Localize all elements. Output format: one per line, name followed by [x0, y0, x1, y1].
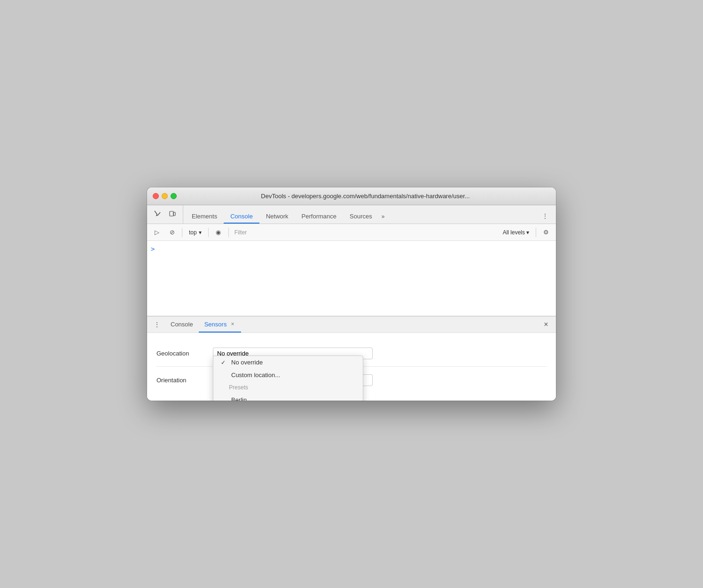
console-toolbar: ▷ ⊘ top ▾ ◉ All levels ▾ ⚙ [147, 224, 556, 241]
geolocation-label: Geolocation [156, 350, 213, 357]
sensors-panel: Geolocation No override No override Cust… [147, 333, 556, 401]
close-sensors-tab[interactable]: × [229, 320, 235, 328]
block-icon[interactable]: ⊘ [166, 226, 178, 239]
drawer-tab-bar: ⋮ Console Sensors × × [147, 316, 556, 333]
devtools-window: DevTools - developers.google.com/web/fun… [147, 187, 556, 401]
chevron-down-icon: ▾ [526, 229, 529, 236]
close-button[interactable] [153, 193, 159, 199]
tab-sources[interactable]: Sources [343, 205, 379, 224]
geolocation-dropdown: No override Custom location... Presets B… [213, 356, 363, 401]
console-settings-icon[interactable]: ⚙ [540, 226, 552, 239]
tab-console[interactable]: Console [224, 205, 259, 224]
maximize-button[interactable] [171, 193, 177, 199]
tab-bar: Elements Console Network Performance Sou… [147, 205, 556, 224]
minimize-button[interactable] [162, 193, 168, 199]
dropdown-group-presets: Presets [213, 381, 363, 394]
toolbar-divider [182, 228, 182, 237]
drawer-tab-console[interactable]: Console [165, 317, 199, 333]
more-tabs-button[interactable]: » [379, 209, 388, 224]
inspect-icon[interactable] [151, 207, 164, 220]
tab-performance[interactable]: Performance [295, 205, 343, 224]
toolbar-icons [151, 205, 183, 224]
eye-icon[interactable]: ◉ [212, 226, 225, 239]
close-drawer-button[interactable]: × [540, 318, 552, 331]
drawer-menu-icon[interactable]: ⋮ [151, 318, 163, 331]
console-prompt: > [151, 245, 155, 253]
context-selector[interactable]: top ▾ [186, 228, 204, 237]
toolbar-divider-2 [208, 228, 209, 237]
traffic-lights [153, 193, 177, 199]
toolbar-divider-3 [228, 228, 229, 237]
tab-elements[interactable]: Elements [185, 205, 224, 224]
tab-network[interactable]: Network [259, 205, 295, 224]
toolbar-divider-4 [536, 228, 536, 237]
chevron-down-icon: ▾ [199, 229, 202, 236]
dropdown-item-custom[interactable]: Custom location... [213, 369, 363, 381]
bottom-panel: ⋮ Console Sensors × × Geolocation No ove… [147, 316, 556, 401]
svg-rect-1 [173, 212, 175, 216]
devtools-settings-icon[interactable]: ⋮ [538, 209, 552, 224]
dropdown-item-no-override[interactable]: No override [213, 356, 363, 369]
execute-icon[interactable]: ▷ [151, 226, 163, 239]
geolocation-row: Geolocation No override No override Cust… [156, 340, 547, 367]
svg-rect-0 [170, 211, 173, 216]
console-area[interactable]: > [147, 241, 556, 316]
window-title: DevTools - developers.google.com/web/fun… [180, 193, 550, 200]
drawer-tab-sensors[interactable]: Sensors × [199, 317, 242, 333]
device-icon[interactable] [166, 207, 179, 220]
log-levels-selector[interactable]: All levels ▾ [500, 228, 532, 237]
filter-input[interactable] [233, 228, 497, 237]
orientation-label: Orientation [156, 377, 213, 384]
title-bar: DevTools - developers.google.com/web/fun… [147, 187, 556, 205]
dropdown-item-berlin[interactable]: Berlin [213, 394, 363, 401]
